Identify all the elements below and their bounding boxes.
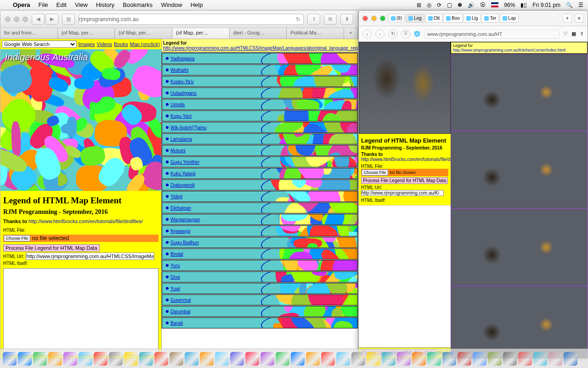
forward-button[interactable]: ›	[375, 29, 384, 39]
tab-menu-button[interactable]: ≡	[575, 14, 584, 23]
safari-tab[interactable]: (of Map, per…	[172, 28, 230, 39]
legend-region-row[interactable]: Wuthathi	[162, 64, 358, 75]
bluetooth-icon[interactable]: ✽	[458, 2, 462, 8]
legend-region-row[interactable]: Bindal	[162, 248, 358, 259]
legend-region-row[interactable]: Yuwi	[162, 283, 358, 294]
choose-file-button[interactable]: Choose File	[362, 169, 388, 176]
legend-region-row[interactable]: Wargamaygan	[162, 214, 358, 225]
menu-history[interactable]: History	[96, 1, 114, 8]
flag-icon[interactable]	[491, 2, 498, 7]
videos-link[interactable]: Videos	[97, 41, 112, 47]
legend-region-row[interactable]: Yidinji	[162, 191, 358, 202]
airplay-icon[interactable]: ▢	[447, 2, 452, 8]
dock-app-icon[interactable]	[139, 352, 153, 366]
legend-region-row[interactable]: Djabugandji	[162, 179, 358, 190]
share-button[interactable]: ⇪	[307, 14, 320, 25]
forward-button[interactable]: ▶	[45, 14, 58, 25]
legend-region-row[interactable]: Bayali	[162, 317, 358, 328]
legend-region-row[interactable]: Kuku Yalanji	[162, 168, 358, 179]
dock-app-icon[interactable]	[306, 352, 320, 366]
thanks-link[interactable]: http://www.html5rocks.com/en/tutorials/f…	[361, 157, 451, 162]
tabs-button[interactable]: ⧉	[324, 14, 337, 25]
reload-icon[interactable]: ↻	[296, 16, 300, 23]
dock-app-icon[interactable]	[442, 352, 456, 366]
legend-region-row[interactable]: Giya	[162, 271, 358, 282]
dock-app-icon[interactable]	[33, 352, 47, 366]
legend-region-row[interactable]: Kuuku-Ya'u	[162, 76, 358, 87]
speeddial-button[interactable]: ⠿	[401, 29, 410, 39]
images-link[interactable]: Images	[79, 41, 95, 47]
dock-app-icon[interactable]	[79, 352, 92, 366]
search-engine-select[interactable]: Google Web Search	[2, 40, 77, 48]
kitchen-region[interactable]	[451, 131, 588, 208]
dock-app-icon[interactable]	[336, 352, 350, 366]
dock-app-icon[interactable]	[382, 352, 396, 366]
dock-app-icon[interactable]	[351, 352, 365, 366]
dock-app-icon[interactable]	[3, 352, 17, 366]
menu-window[interactable]: Window	[161, 1, 182, 8]
dock-app-icon[interactable]	[518, 352, 532, 366]
legend-region-row[interactable]: Uutaalnganu	[162, 87, 358, 98]
dock-app-icon[interactable]	[412, 352, 426, 366]
legend-region-row[interactable]: Kugu-Yani	[162, 110, 358, 121]
dock-app-icon[interactable]	[245, 352, 259, 366]
thanks-link[interactable]: http://www.html5rocks.com/en/tutorials/f…	[28, 218, 143, 224]
safari-tab[interactable]: (of Map, per…	[115, 28, 172, 39]
dock-app-icon[interactable]	[200, 352, 214, 366]
indigenous-map[interactable]: Indigenous Australia	[0, 49, 161, 191]
dock-app-icon[interactable]	[18, 352, 32, 366]
legend-region-row[interactable]: Umpila	[162, 99, 358, 110]
dock-app-icon[interactable]	[564, 352, 577, 366]
battery-pct[interactable]: 96%	[504, 2, 515, 8]
itself-area[interactable]	[3, 268, 158, 356]
dock-app-icon[interactable]	[427, 352, 441, 366]
dock-app-icon[interactable]	[48, 352, 62, 366]
dock-app-icon[interactable]	[321, 352, 335, 366]
opera-tab[interactable]: Lig	[464, 14, 481, 23]
opera-tab[interactable]: Leg	[406, 14, 424, 23]
dock-app-icon[interactable]	[63, 352, 77, 366]
dock-app-icon[interactable]	[533, 352, 547, 366]
menu-bookmarks[interactable]: Bookmarks	[123, 1, 153, 8]
maponclick-link[interactable]: Map (onclick)	[130, 41, 160, 47]
legend-region-row[interactable]: Yuru	[162, 260, 358, 271]
kitchen-region[interactable]	[451, 209, 588, 286]
dock-app-icon[interactable]	[170, 352, 183, 366]
dock-app-icon[interactable]	[458, 352, 471, 366]
legend-list[interactable]: Legend for http://www.rjmprogramming.com…	[161, 39, 358, 358]
opera-tab[interactable]: Ott	[425, 14, 442, 23]
legend-region-row[interactable]: Gugu Yimithirr	[162, 156, 358, 167]
itself-area[interactable]	[359, 205, 451, 297]
menu-file[interactable]: File	[39, 1, 48, 8]
legend-region-row[interactable]: Lamalama	[162, 133, 358, 144]
safari-tab[interactable]: Political Ma…	[287, 28, 344, 39]
clock[interactable]: Fri 9:01 pm	[532, 2, 560, 8]
downloads-button[interactable]: ⬇	[340, 14, 353, 25]
dock-app-icon[interactable]	[276, 352, 289, 366]
dock-app-icon[interactable]	[473, 352, 486, 366]
dock-app-icon[interactable]	[260, 352, 274, 366]
address-bar[interactable]: www.rjmprogramming.com.au/HT	[424, 29, 560, 39]
dock-app-icon[interactable]	[124, 352, 138, 366]
menulet-icon[interactable]: ◎	[427, 2, 431, 8]
dock-app-icon[interactable]	[185, 352, 198, 366]
opera-tab[interactable]: Lap	[500, 14, 519, 23]
opera-tab[interactable]: (9)	[388, 14, 405, 23]
opera-tab[interactable]: Ter	[481, 14, 499, 23]
books-link[interactable]: Books	[114, 41, 128, 47]
legend-region-row[interactable]: Yadhaigana	[162, 53, 358, 64]
legend-region-row[interactable]: Wik-Iiyanh(?)amu	[162, 122, 358, 133]
legend-source-link[interactable]: http://www.rjmprogramming.com.au/Kitchen…	[453, 48, 565, 52]
share-icon[interactable]: ⇪	[580, 31, 584, 37]
legend-region-row[interactable]: Djirbalgan	[162, 202, 358, 213]
app-name[interactable]: Opera	[13, 1, 30, 8]
dock-app-icon[interactable]	[548, 352, 562, 366]
dock-app-icon[interactable]	[109, 352, 123, 366]
traffic-lights[interactable]	[5, 17, 28, 22]
traffic-lights[interactable]	[362, 16, 385, 21]
choose-file-button[interactable]: Choose File	[4, 235, 30, 242]
opera-tab[interactable]: Boo	[443, 14, 463, 23]
dock-app-icon[interactable]	[94, 352, 107, 366]
menu-edit[interactable]: Edit	[57, 1, 67, 8]
safari-tab[interactable]: (of Map, per…	[58, 28, 115, 39]
